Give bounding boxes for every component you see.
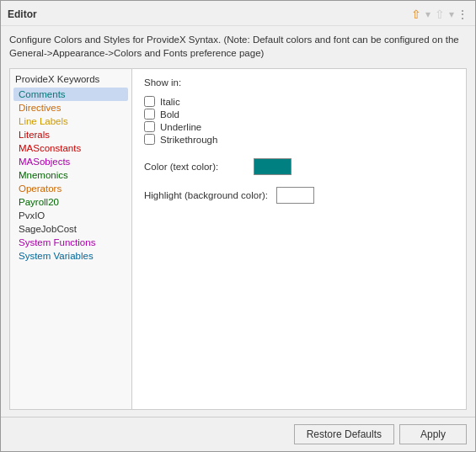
keyword-item[interactable]: System Functions: [13, 236, 128, 249]
checkbox-container: ItalicBoldUnderlineStrikethrough: [144, 96, 454, 146]
color-highlight-label: Highlight (background color):: [144, 190, 268, 200]
keyword-item[interactable]: Operators: [13, 182, 128, 195]
keyword-item[interactable]: MASobjects: [13, 155, 128, 168]
keyword-item[interactable]: Directives: [13, 101, 128, 114]
keyword-item[interactable]: SageJobCost: [13, 222, 128, 236]
checkbox-italic[interactable]: [144, 96, 155, 107]
color-text-row: Color (text color):: [144, 158, 454, 175]
content-area: Configure Colors and Styles for ProvideX…: [1, 26, 475, 417]
show-in-label: Show in:: [144, 77, 454, 88]
apply-button[interactable]: Apply: [399, 424, 467, 444]
color-highlight-swatch[interactable]: [276, 187, 314, 204]
keyword-item[interactable]: MASconstants: [13, 141, 128, 155]
color-text-label: Color (text color):: [144, 162, 245, 172]
window-title: Editor: [8, 8, 37, 20]
more-icon[interactable]: ⋮: [457, 8, 468, 21]
footer: Restore Defaults Apply: [1, 417, 475, 451]
description-text: Configure Colors and Styles for ProvideX…: [9, 33, 467, 60]
keyword-item[interactable]: Literals: [13, 128, 128, 141]
restore-defaults-button[interactable]: Restore Defaults: [294, 424, 394, 444]
keyword-item[interactable]: PvxIO: [13, 209, 128, 222]
checkbox-label: Italic: [160, 97, 180, 107]
nav-sep1: ▾: [425, 8, 431, 20]
keyword-item[interactable]: Line Labels: [13, 114, 128, 128]
checkbox-strikethrough[interactable]: [144, 134, 155, 145]
keyword-list: CommentsDirectivesLine LabelsLiteralsMAS…: [13, 88, 128, 263]
nav-sep2: ▾: [449, 8, 454, 20]
keyword-item[interactable]: Payroll20: [13, 195, 128, 209]
back-icon[interactable]: ⇧: [409, 7, 423, 22]
color-highlight-row: Highlight (background color):: [144, 187, 454, 204]
checkbox-label: Underline: [160, 122, 201, 132]
keyword-item[interactable]: System Variables: [13, 249, 128, 263]
checkbox-row: Strikethrough: [144, 134, 454, 145]
left-panel: ProvideX Keywords CommentsDirectivesLine…: [10, 69, 132, 409]
checkbox-row: Underline: [144, 121, 454, 132]
checkbox-bold[interactable]: [144, 109, 155, 120]
color-text-swatch[interactable]: [254, 158, 291, 175]
title-bar-icons: ⇧ ▾ ⇧ ▾ ⋮: [409, 7, 468, 22]
keyword-item[interactable]: Comments: [13, 88, 128, 101]
checkbox-row: Italic: [144, 96, 454, 107]
checkbox-row: Bold: [144, 109, 454, 120]
title-bar: Editor ⇧ ▾ ⇧ ▾ ⋮: [1, 1, 475, 26]
keyword-item[interactable]: Mnemonics: [13, 168, 128, 182]
title-bar-left: Editor: [8, 8, 37, 20]
checkbox-underline[interactable]: [144, 121, 155, 132]
keywords-title: ProvideX Keywords: [13, 74, 128, 84]
editor-window: Editor ⇧ ▾ ⇧ ▾ ⋮ Configure Colors and St…: [0, 0, 476, 452]
right-panel: Show in: ItalicBoldUnderlineStrikethroug…: [132, 69, 466, 409]
forward-icon[interactable]: ⇧: [433, 7, 447, 22]
checkbox-label: Bold: [160, 109, 179, 120]
main-panel: ProvideX Keywords CommentsDirectivesLine…: [9, 68, 467, 410]
checkbox-label: Strikethrough: [160, 135, 217, 145]
